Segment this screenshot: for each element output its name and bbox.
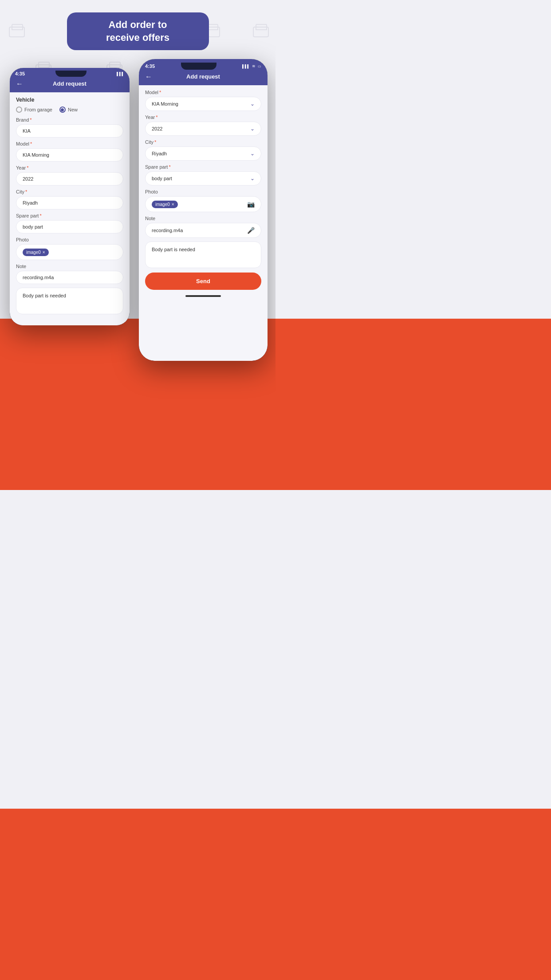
front-note-value: recording.m4a [152,228,183,233]
photo-tag[interactable]: image0 × [23,249,49,256]
spare-part-input[interactable]: body part [16,220,123,233]
city-input[interactable]: Riyadh [16,196,123,209]
front-photo-input[interactable]: image0 × 📷 [145,196,261,212]
note-value: recording.m4a [23,275,54,280]
front-phone: 4:35 ▌▌▌ ≋ ▭ ← Add request Model * [139,59,268,361]
back-status-bar: 4:35 ▌▌▌ [10,68,130,77]
camera-icon[interactable]: 📷 [247,201,255,208]
spare-part-value: body part [23,224,43,229]
front-note-label: Note [145,216,261,221]
front-spare-part-label: Spare part * [145,164,261,170]
new-radio[interactable] [59,107,66,113]
note-label: Note [16,264,123,269]
front-year-input[interactable]: 2022 ⌄ [145,122,261,136]
front-year-dropdown-icon[interactable]: ⌄ [250,126,255,132]
front-model-value: KIA Morning [152,101,178,107]
front-phone-screen: 4:35 ▌▌▌ ≋ ▭ ← Add request Model * [139,59,268,361]
front-app-header: ← Add request [139,70,268,85]
front-model-input[interactable]: KIA Morning ⌄ [145,97,261,111]
battery-icon: ▭ [258,64,261,68]
front-body-part-text: Body part is needed [152,247,195,252]
front-signal-icon: ▌▌▌ [242,64,250,68]
mic-icon[interactable]: 🎤 [247,227,255,234]
front-photo-label: Photo [145,189,261,194]
front-back-arrow-icon[interactable]: ← [145,73,152,81]
front-body-part-textarea[interactable]: Body part is needed [145,241,261,268]
back-phone-content[interactable]: Vehicle From garage New Brand * [10,92,130,325]
back-phone: 4:35 ▌▌▌ ← Add request Vehicle From gar [10,68,130,325]
model-input[interactable]: KIA Morning [16,148,123,162]
signal-icon: ▌▌▌ [117,72,124,76]
back-header-title: Add request [53,80,87,87]
back-status-icons: ▌▌▌ [117,72,124,76]
brand-value: KIA [23,128,31,134]
back-arrow-icon[interactable]: ← [16,80,23,88]
front-model-label-partial: Model * [145,90,261,95]
front-photo-tag[interactable]: image0 × [152,201,178,208]
photo-label: Photo [16,237,123,242]
spare-part-label: Spare part * [16,213,123,218]
header-badge: Add order to receive offers [67,12,209,50]
home-indicator [185,295,221,297]
new-option[interactable]: New [59,107,78,113]
back-phone-screen: 4:35 ▌▌▌ ← Add request Vehicle From gar [10,68,130,325]
remove-photo-icon[interactable]: × [43,250,45,255]
header-line2: receive offers [85,32,191,44]
front-status-icons: ▌▌▌ ≋ ▭ [242,64,261,68]
front-spare-part-input[interactable]: body part ⌄ [145,171,261,186]
city-label: City * [16,189,123,194]
front-spare-part-dropdown-icon[interactable]: ⌄ [250,175,255,182]
front-year-value: 2022 [152,126,162,131]
bg-icon [9,27,25,37]
from-garage-option[interactable]: From garage [16,107,52,113]
header-line1: Add order to [85,19,191,32]
bg-icon [253,27,269,37]
front-status-bar: 4:35 ▌▌▌ ≋ ▭ [139,59,268,70]
brand-label: Brand * [16,117,123,122]
model-label: Model * [16,141,123,146]
back-time: 4:35 [15,71,25,76]
front-city-input[interactable]: Riyadh ⌄ [145,146,261,161]
city-value: Riyadh [23,200,38,205]
year-label: Year * [16,165,123,170]
send-button[interactable]: Send [145,273,261,290]
year-input[interactable]: 2022 [16,172,123,186]
front-time: 4:35 [145,63,155,69]
note-input[interactable]: recording.m4a [16,271,123,284]
front-remove-photo-icon[interactable]: × [172,202,174,207]
body-part-textarea[interactable]: Body part is needed [16,288,123,314]
front-city-dropdown-icon[interactable]: ⌄ [250,150,255,157]
new-label: New [68,107,78,112]
front-city-value: Riyadh [152,151,167,156]
back-app-header: ← Add request [10,77,130,92]
vehicle-section-title: Vehicle [16,97,123,103]
year-value: 2022 [23,176,33,182]
photo-input[interactable]: image0 × [16,244,123,260]
vehicle-radio-group: From garage New [16,107,123,113]
from-garage-radio[interactable] [16,107,22,113]
front-header-title: Add request [186,73,220,80]
body-part-text: Body part is needed [23,293,66,298]
front-year-label: Year * [145,115,261,120]
model-value: KIA Morning [23,152,49,158]
front-phone-content[interactable]: Model * KIA Morning ⌄ Year * 2022 ⌄ [139,85,268,361]
wifi-icon: ≋ [252,64,256,68]
brand-input[interactable]: KIA [16,124,123,138]
front-note-input[interactable]: recording.m4a 🎤 [145,223,261,238]
phones-container: 4:35 ▌▌▌ ← Add request Vehicle From gar [0,59,276,423]
back-notch [55,71,87,77]
front-model-dropdown-icon[interactable]: ⌄ [250,101,255,107]
front-city-label: City * [145,139,261,145]
front-spare-part-value: body part [152,176,172,181]
from-garage-label: From garage [24,107,52,112]
front-notch [181,63,216,70]
